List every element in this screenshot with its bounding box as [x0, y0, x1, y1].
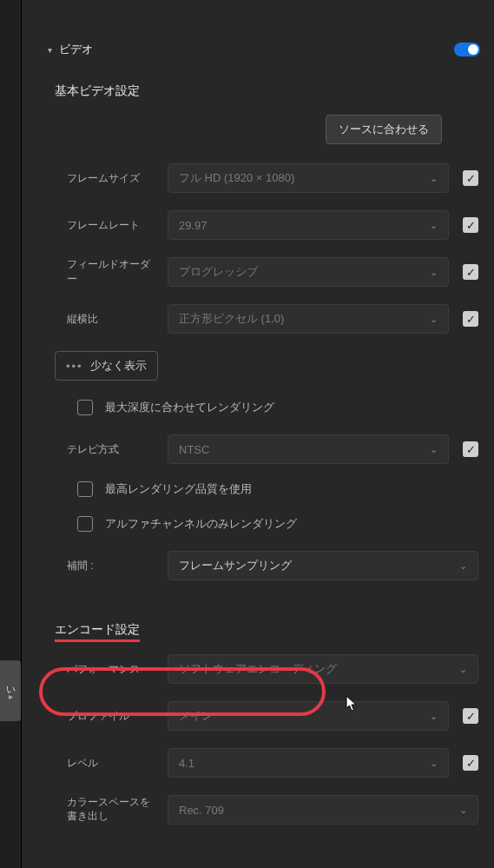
interp-value: フレームサンプリング: [179, 558, 292, 573]
level-link-check[interactable]: ✓: [463, 755, 478, 771]
show-less-button[interactable]: ••• 少なく表示: [55, 351, 158, 381]
color-space-label: カラースペースを書き出し: [67, 796, 159, 823]
dots-icon: •••: [66, 360, 83, 373]
chevron-right-icon: ▸: [9, 692, 13, 701]
interp-select[interactable]: フレームサンプリング ⌄: [168, 551, 478, 580]
frame-rate-label: フレームレート: [67, 218, 159, 233]
basic-video-heading: 基本ビデオ設定: [22, 63, 494, 115]
frame-size-label: フレームサイズ: [67, 171, 159, 186]
alpha-only-label: アルファチャンネルのみレンダリング: [105, 516, 297, 532]
chevron-down-icon: ⌄: [430, 267, 438, 278]
performance-select[interactable]: ソフトウェアエンコーディング ⌄: [168, 654, 478, 684]
chevron-down-icon: ⌄: [459, 805, 467, 816]
alpha-only-checkbox[interactable]: ✓: [77, 516, 93, 532]
tv-standard-value: NTSC: [179, 443, 209, 456]
color-space-select[interactable]: Rec. 709 ⌄: [168, 795, 478, 825]
frame-size-select[interactable]: フル HD (1920 × 1080) ⌄: [168, 163, 449, 193]
level-value: 4.1: [179, 757, 194, 770]
field-order-link-check[interactable]: ✓: [463, 264, 478, 280]
chevron-down-icon: ⌄: [459, 560, 467, 572]
profile-value: メイン: [179, 708, 213, 724]
side-tab[interactable]: い ▸: [0, 660, 21, 721]
aspect-label: 縦横比: [67, 312, 159, 327]
video-section-header[interactable]: ▾ ビデオ: [22, 36, 494, 63]
match-source-button[interactable]: ソースに合わせる: [326, 115, 442, 144]
chevron-down-icon: ⌄: [430, 314, 438, 325]
chevron-down-icon: ⌄: [430, 758, 438, 769]
level-label: レベル: [67, 756, 159, 771]
frame-rate-value: 29.97: [179, 219, 207, 232]
frame-rate-link-check[interactable]: ✓: [463, 217, 478, 233]
tv-standard-link-check[interactable]: ✓: [463, 441, 478, 457]
aspect-link-check[interactable]: ✓: [463, 311, 478, 327]
video-toggle[interactable]: [454, 43, 480, 56]
field-order-select[interactable]: プログレッシブ ⌄: [168, 257, 449, 287]
profile-label: プロファイル: [67, 709, 159, 724]
show-less-label: 少なく表示: [90, 358, 147, 374]
aspect-select[interactable]: 正方形ピクセル (1.0) ⌄: [168, 304, 449, 334]
side-tab-label: い: [4, 680, 17, 692]
profile-select[interactable]: メイン ⌄: [168, 701, 449, 731]
chevron-down-icon: ⌄: [430, 173, 438, 184]
chevron-down-icon: ⌄: [430, 220, 438, 231]
interp-label: 補間 :: [67, 559, 159, 573]
max-depth-checkbox[interactable]: ✓: [77, 400, 93, 415]
performance-label: パフォーマンス: [67, 662, 159, 677]
max-depth-label: 最大深度に合わせてレンダリング: [105, 400, 274, 415]
frame-size-value: フル HD (1920 × 1080): [179, 170, 294, 186]
level-select[interactable]: 4.1 ⌄: [168, 748, 449, 778]
chevron-down-icon: ⌄: [459, 664, 467, 675]
field-order-value: プログレッシブ: [179, 264, 258, 280]
color-space-value: Rec. 709: [179, 804, 224, 817]
video-section-label: ビデオ: [59, 42, 93, 57]
aspect-value: 正方形ピクセル (1.0): [179, 311, 284, 327]
tv-standard-label: テレビ方式: [67, 442, 159, 457]
encode-heading: エンコード設定: [55, 622, 140, 642]
performance-value: ソフトウェアエンコーディング: [179, 661, 337, 677]
field-order-label: フィールドオーダー: [67, 257, 159, 287]
profile-link-check[interactable]: ✓: [463, 708, 478, 724]
frame-rate-select[interactable]: 29.97 ⌄: [168, 210, 449, 240]
chevron-down-icon: ▾: [48, 45, 52, 55]
chevron-down-icon: ⌄: [430, 711, 438, 722]
max-quality-checkbox[interactable]: ✓: [77, 481, 93, 497]
frame-size-link-check[interactable]: ✓: [463, 170, 478, 186]
settings-panel: ▾ ビデオ 基本ビデオ設定 ソースに合わせる フレームサイズ フル HD (19…: [21, 0, 494, 868]
chevron-down-icon: ⌄: [430, 444, 438, 455]
max-quality-label: 最高レンダリング品質を使用: [105, 481, 252, 497]
tv-standard-select[interactable]: NTSC ⌄: [168, 434, 449, 464]
